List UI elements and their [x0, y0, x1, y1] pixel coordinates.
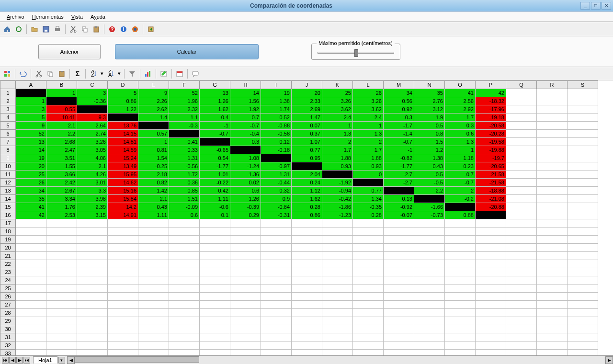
cell-L12[interactable]: [353, 179, 384, 187]
cell-I27[interactable]: [261, 301, 292, 309]
max-allowed-slider[interactable]: [318, 52, 394, 54]
cell-Q31[interactable]: [506, 333, 537, 341]
col-header-C[interactable]: C: [77, 81, 108, 89]
cell-B13[interactable]: 2.67: [46, 187, 77, 195]
cell-D4[interactable]: [108, 114, 138, 122]
cell-K31[interactable]: [322, 333, 353, 341]
sort-asc-dropdown[interactable]: ▾: [100, 68, 104, 79]
cell-I10[interactable]: -0.97: [261, 162, 292, 171]
cell-R30[interactable]: [537, 325, 568, 333]
cell-C5[interactable]: 2.64: [77, 122, 108, 130]
cell-S3[interactable]: [568, 105, 598, 114]
cell-C18[interactable]: [77, 228, 108, 236]
cell-J12[interactable]: 0.24: [292, 179, 322, 187]
cell-I21[interactable]: [261, 252, 292, 260]
cell-I19[interactable]: [261, 236, 292, 244]
cell-K9[interactable]: 1.88: [322, 154, 353, 162]
row-header-19[interactable]: 19: [0, 236, 16, 244]
col-header-A[interactable]: A: [16, 81, 46, 89]
cell-J2[interactable]: 2.33: [292, 97, 322, 105]
cell-E8[interactable]: 0.81: [138, 146, 169, 154]
cell-D26[interactable]: [108, 293, 138, 301]
row-header-11[interactable]: 11: [0, 171, 16, 179]
col-header-D[interactable]: D: [108, 81, 138, 89]
cell-S25[interactable]: [568, 284, 598, 293]
cell-H2[interactable]: 1.56: [230, 97, 261, 105]
cell-L1[interactable]: 26: [353, 89, 384, 97]
cell-D27[interactable]: [108, 301, 138, 309]
cell-E11[interactable]: 2.18: [138, 171, 169, 179]
cell-C25[interactable]: [77, 284, 108, 293]
cell-N15[interactable]: -1.66: [414, 203, 445, 211]
cell-L15[interactable]: -0.35: [353, 203, 384, 211]
cell-H18[interactable]: [230, 228, 261, 236]
scroll-left-button[interactable]: ◀: [67, 356, 75, 364]
cell-I24[interactable]: [261, 276, 292, 284]
sort-desc-dropdown[interactable]: ▾: [117, 68, 122, 79]
cell-S27[interactable]: [568, 301, 598, 309]
cell-D31[interactable]: [108, 333, 138, 341]
cell-H9[interactable]: 1.08: [230, 154, 261, 162]
sheet-tab-1[interactable]: Hoja1: [33, 356, 57, 364]
cell-M12[interactable]: -2.7: [384, 179, 414, 187]
row-header-16[interactable]: 16: [0, 211, 16, 219]
cell-A2[interactable]: 1: [16, 97, 46, 105]
cell-Q22[interactable]: [506, 260, 537, 268]
cell-O11[interactable]: -0.7: [445, 171, 476, 179]
row-header-12[interactable]: 12: [0, 179, 16, 187]
cell-D9[interactable]: 15.24: [108, 154, 138, 162]
cell-H33[interactable]: [230, 350, 261, 356]
cell-F31[interactable]: [169, 333, 200, 341]
cell-N11[interactable]: -0.5: [414, 171, 445, 179]
cell-B33[interactable]: [46, 350, 77, 356]
cell-P2[interactable]: -18.32: [476, 97, 506, 105]
cell-R11[interactable]: [537, 171, 568, 179]
cell-S32[interactable]: [568, 341, 598, 350]
cell-S17[interactable]: [568, 219, 598, 228]
cell-M6[interactable]: -1.4: [384, 130, 414, 138]
cell-H6[interactable]: -0.4: [230, 130, 261, 138]
cell-A27[interactable]: [16, 301, 46, 309]
cell-N27[interactable]: [414, 301, 445, 309]
row-header-5[interactable]: 5: [0, 122, 16, 130]
cell-A9[interactable]: 19: [16, 154, 46, 162]
cell-A1[interactable]: [16, 89, 46, 97]
cell-S5[interactable]: [568, 122, 598, 130]
col-header-S[interactable]: S: [568, 81, 598, 89]
info-icon[interactable]: i: [118, 24, 129, 34]
cell-J24[interactable]: [292, 276, 322, 284]
cell-J10[interactable]: [292, 162, 322, 171]
cell-M30[interactable]: [384, 325, 414, 333]
cell-G4[interactable]: 0.4: [200, 114, 230, 122]
cell-I6[interactable]: -0.58: [261, 130, 292, 138]
cell-I8[interactable]: -0.18: [261, 146, 292, 154]
cell-K5[interactable]: 1: [322, 122, 353, 130]
cell-A17[interactable]: [16, 219, 46, 228]
cell-O28[interactable]: [445, 309, 476, 317]
cell-R7[interactable]: [537, 138, 568, 146]
cell-B32[interactable]: [46, 341, 77, 350]
col-header-L[interactable]: L: [353, 81, 384, 89]
scroll-thumb[interactable]: [75, 356, 199, 363]
cell-Q33[interactable]: [506, 350, 537, 356]
cell-J33[interactable]: [292, 350, 322, 356]
cell-M7[interactable]: -0.7: [384, 138, 414, 146]
cell-M1[interactable]: 34: [384, 89, 414, 97]
cell-J26[interactable]: [292, 293, 322, 301]
cell-I33[interactable]: [261, 350, 292, 356]
row-header-32[interactable]: 32: [0, 341, 16, 350]
row-header-15[interactable]: 15: [0, 203, 16, 211]
cell-K7[interactable]: 2: [322, 138, 353, 146]
col-header-M[interactable]: M: [384, 81, 414, 89]
cell-L22[interactable]: [353, 260, 384, 268]
cell-S23[interactable]: [568, 268, 598, 276]
cell-C21[interactable]: [77, 252, 108, 260]
cell-Q20[interactable]: [506, 244, 537, 252]
cell-G3[interactable]: 1.62: [200, 105, 230, 114]
cell-A33[interactable]: [16, 350, 46, 356]
cell-H7[interactable]: 0.3: [230, 138, 261, 146]
cell-F9[interactable]: 1.31: [169, 154, 200, 162]
cell-I13[interactable]: 0.32: [261, 187, 292, 195]
cell-R3[interactable]: [537, 105, 568, 114]
cell-B10[interactable]: 1.55: [46, 162, 77, 171]
